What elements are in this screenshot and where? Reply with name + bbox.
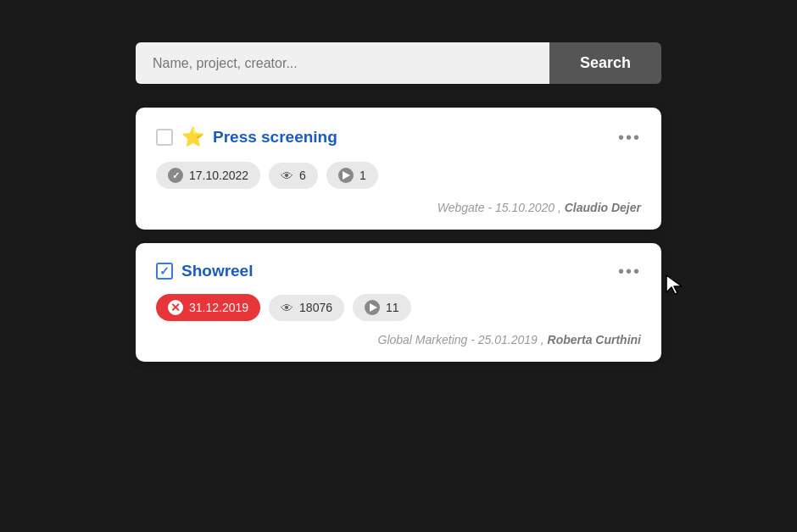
more-options-button[interactable]: ••• — [618, 129, 641, 146]
more-options-button[interactable]: ••• — [618, 263, 641, 280]
x-circle-icon: ✕ — [168, 300, 183, 315]
footer-separator: - — [471, 333, 478, 346]
mouse-cursor-icon — [665, 274, 685, 303]
play-icon — [365, 300, 380, 315]
card-footer: Webgate - 15.10.2020 , Claudio Dejer — [156, 201, 641, 214]
play-icon — [338, 168, 354, 183]
date-label: 17.10.2022 — [189, 169, 248, 182]
date-label: 31.12.2019 — [189, 301, 248, 314]
card-press-screening: ⭐ Press screening ••• ✓ 17.10.2022 👁 6 1 — [136, 108, 661, 230]
eye-icon: 👁 — [281, 169, 293, 183]
card-badges: ✕ 31.12.2019 👁 18076 11 — [156, 294, 641, 321]
card-badges: ✓ 17.10.2022 👁 6 1 — [156, 162, 641, 189]
footer-separator2: , — [541, 333, 548, 346]
card-header: ⭐ Press screening ••• — [156, 126, 641, 148]
plays-count: 1 — [359, 169, 366, 182]
card-title: Showreel — [181, 262, 253, 280]
card-showreel: Showreel ••• ✕ 31.12.2019 👁 18076 11 Glo… — [136, 243, 661, 362]
card-checkbox[interactable] — [156, 129, 173, 146]
date-badge: ✓ 17.10.2022 — [156, 162, 260, 189]
views-count: 18076 — [299, 301, 332, 314]
views-badge: 👁 6 — [269, 163, 318, 189]
plays-badge: 11 — [353, 294, 411, 321]
views-count: 6 — [299, 169, 306, 182]
search-button[interactable]: Search — [549, 42, 661, 84]
views-badge: 👁 18076 — [269, 295, 344, 321]
card-header-left: ⭐ Press screening — [156, 126, 337, 148]
footer-creator: Claudio Dejer — [565, 201, 641, 214]
expired-date-badge: ✕ 31.12.2019 — [156, 294, 260, 321]
footer-separator2: , — [558, 201, 565, 214]
eye-icon: 👁 — [281, 301, 293, 315]
check-circle-icon: ✓ — [168, 168, 183, 183]
plays-badge: 1 — [326, 162, 378, 189]
footer-project: Webgate — [438, 201, 485, 214]
star-icon[interactable]: ⭐ — [181, 126, 204, 148]
cards-list: ⭐ Press screening ••• ✓ 17.10.2022 👁 6 1 — [136, 108, 661, 362]
search-bar: Search — [136, 42, 661, 84]
card-footer: Global Marketing - 25.01.2019 , Roberta … — [156, 333, 641, 346]
card-header: Showreel ••• — [156, 262, 641, 280]
footer-date: 15.10.2020 — [495, 201, 555, 214]
card-header-left: Showreel — [156, 262, 253, 280]
footer-separator: - — [488, 201, 495, 214]
footer-project: Global Marketing — [378, 333, 468, 346]
search-input[interactable] — [136, 42, 549, 84]
plays-count: 11 — [386, 301, 399, 314]
footer-creator: Roberta Curthini — [548, 333, 641, 346]
card-title: Press screening — [213, 128, 337, 147]
card-checkbox-checked[interactable] — [156, 263, 173, 280]
footer-date: 25.01.2019 — [478, 333, 538, 346]
